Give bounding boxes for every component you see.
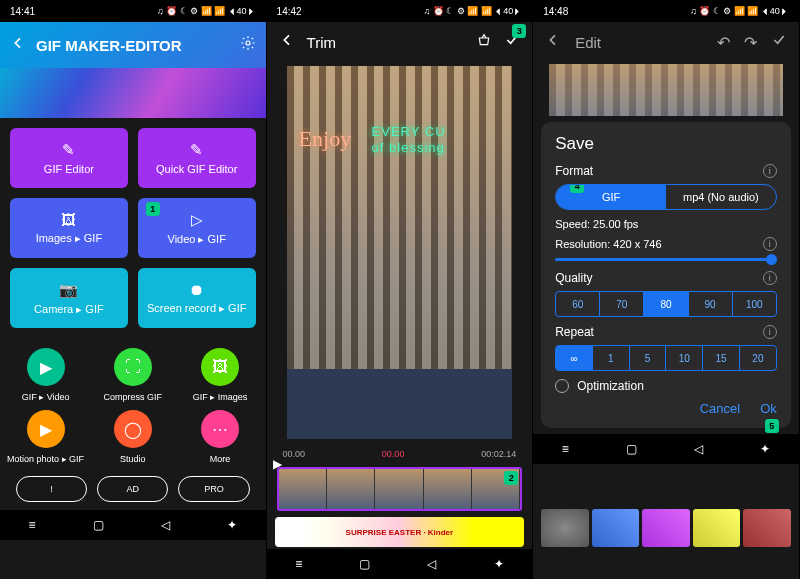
- tile-gif-editor[interactable]: ✎GIF Editor: [10, 128, 128, 188]
- res-row: Resolution: 420 x 746: [555, 238, 661, 250]
- image-icon: 🖼: [201, 348, 239, 386]
- swatch[interactable]: [693, 509, 741, 547]
- edit-title: Edit: [575, 34, 703, 51]
- nav-menu[interactable]: ≡: [562, 442, 569, 456]
- status-bar: 14:41 ♫ ⏰ ☾ ⚙ 📶 📶 ⏴40⏵: [0, 0, 266, 22]
- check-icon[interactable]: [771, 32, 787, 52]
- r-inf[interactable]: ∞: [556, 346, 593, 370]
- swatch[interactable]: [743, 509, 791, 547]
- android-nav: ≡▢◁✦: [0, 510, 266, 540]
- r-15[interactable]: 15: [703, 346, 740, 370]
- play-icon: ▶: [27, 348, 65, 386]
- r-1[interactable]: 1: [593, 346, 630, 370]
- tile-screenrec-gif[interactable]: ⏺Screen record ▸ GIF: [138, 268, 256, 328]
- status-bar: 14:42 ♫ ⏰ ☾ ⚙ 📶 📶 ⏴40⏵: [267, 0, 533, 22]
- clock: 14:48: [543, 6, 568, 17]
- more-icon: ⋯: [201, 410, 239, 448]
- optimization-row[interactable]: Optimization: [555, 379, 777, 393]
- tile-quick-editor[interactable]: ✎Quick GIF Editor: [138, 128, 256, 188]
- quality-label: Quality: [555, 271, 592, 285]
- video-preview[interactable]: Enjoy EVERY CUof blessing: [287, 66, 513, 439]
- ok-button[interactable]: Ok: [760, 401, 777, 416]
- info-icon[interactable]: i: [763, 325, 777, 339]
- nav-acc[interactable]: ✦: [227, 518, 237, 532]
- radio-icon[interactable]: [555, 379, 569, 393]
- status-bar: 14:48 ♫ ⏰ ☾ ⚙ 📶 📶 ⏴40⏵: [533, 0, 799, 22]
- time-start: 00.00: [283, 449, 306, 459]
- resolution-slider[interactable]: [555, 258, 777, 261]
- quality-options: 60 70 80 90 100: [555, 291, 777, 317]
- q-80[interactable]: 80: [644, 292, 688, 316]
- save-dialog: Save Formati 4 GIF mp4 (No audio) Speed:…: [541, 122, 791, 428]
- settings-icon[interactable]: [240, 35, 256, 55]
- nav-acc[interactable]: ✦: [760, 442, 770, 456]
- screen-home: 14:41 ♫ ⏰ ☾ ⚙ 📶 📶 ⏴40⏵ GIF MAKER-EDITOR …: [0, 0, 267, 579]
- app-title: GIF MAKER-EDITOR: [36, 37, 230, 54]
- circ-gif-video[interactable]: ▶GIF ▸ Video: [6, 348, 85, 402]
- q-70[interactable]: 70: [600, 292, 644, 316]
- clock: 14:41: [10, 6, 35, 17]
- neon-text-1: Enjoy: [299, 126, 352, 152]
- back-icon[interactable]: [10, 35, 26, 55]
- bottom-pills: ! AD PRO: [0, 468, 266, 510]
- nav-back[interactable]: ◁: [427, 557, 436, 571]
- circle-grid: ▶GIF ▸ Video ⛶Compress GIF 🖼GIF ▸ Images…: [0, 338, 266, 468]
- swatch[interactable]: [592, 509, 640, 547]
- r-5[interactable]: 5: [630, 346, 667, 370]
- nav-home[interactable]: ▢: [626, 442, 637, 456]
- format-label: Format: [555, 164, 593, 178]
- tile-grid: ✎GIF Editor ✎Quick GIF Editor 🖼Images ▸ …: [0, 118, 266, 338]
- info-icon[interactable]: i: [763, 271, 777, 285]
- format-mp4[interactable]: mp4 (No audio): [666, 185, 776, 209]
- back-icon[interactable]: [545, 32, 561, 52]
- nav-back[interactable]: ◁: [161, 518, 170, 532]
- nav-acc[interactable]: ✦: [494, 557, 504, 571]
- cancel-button[interactable]: Cancel: [700, 401, 740, 416]
- tile-images-gif[interactable]: 🖼Images ▸ GIF: [10, 198, 128, 258]
- circ-motion[interactable]: ▶Motion photo ▸ GIF: [6, 410, 85, 464]
- info-icon[interactable]: i: [763, 164, 777, 178]
- basket-icon[interactable]: [476, 32, 492, 52]
- pill-ad[interactable]: AD: [97, 476, 168, 502]
- q-100[interactable]: 100: [733, 292, 776, 316]
- time-current: 00.00: [382, 449, 405, 459]
- back-icon[interactable]: [279, 32, 295, 52]
- pill-pro[interactable]: PRO: [178, 476, 249, 502]
- nav-menu[interactable]: ≡: [29, 518, 36, 532]
- svg-point-0: [246, 41, 250, 45]
- screen-edit: 14:48 ♫ ⏰ ☾ ⚙ 📶 📶 ⏴40⏵ Edit ↶ ↷ Save For…: [533, 0, 800, 579]
- dialog-title: Save: [555, 134, 777, 154]
- circ-studio[interactable]: ◯Studio: [93, 410, 172, 464]
- badge: 1: [146, 202, 160, 216]
- time-end: 00:02.14: [481, 449, 516, 459]
- nav-home[interactable]: ▢: [359, 557, 370, 571]
- timeline-strip[interactable]: 2: [277, 467, 523, 511]
- repeat-options: ∞ 1 5 10 15 20: [555, 345, 777, 371]
- q-90[interactable]: 90: [689, 292, 733, 316]
- undo-icon[interactable]: ↶: [717, 33, 730, 52]
- tile-video-gif[interactable]: 1▷Video ▸ GIF: [138, 198, 256, 258]
- r-10[interactable]: 10: [666, 346, 703, 370]
- app-header: GIF MAKER-EDITOR: [0, 22, 266, 68]
- pill-info[interactable]: !: [16, 476, 87, 502]
- nav-back[interactable]: ◁: [694, 442, 703, 456]
- hero-banner: [0, 68, 266, 118]
- tile-camera-gif[interactable]: 📷Camera ▸ GIF: [10, 268, 128, 328]
- r-20[interactable]: 20: [740, 346, 776, 370]
- screen-trim: 14:42 ♫ ⏰ ☾ ⚙ 📶 📶 ⏴40⏵ 3 Trim Enjoy EVER…: [267, 0, 534, 579]
- circ-compress[interactable]: ⛶Compress GIF: [93, 348, 172, 402]
- motion-icon: ▶: [27, 410, 65, 448]
- ad-banner[interactable]: SURPRISE EASTER · Kinder: [275, 517, 525, 547]
- android-nav: ≡▢◁✦: [267, 549, 533, 579]
- nav-home[interactable]: ▢: [93, 518, 104, 532]
- edit-preview: [549, 64, 783, 116]
- info-icon[interactable]: i: [763, 237, 777, 251]
- circ-gif-images[interactable]: 🖼GIF ▸ Images: [180, 348, 259, 402]
- circ-more[interactable]: ⋯More: [180, 410, 259, 464]
- redo-icon[interactable]: ↷: [744, 33, 757, 52]
- nav-menu[interactable]: ≡: [295, 557, 302, 571]
- pencil-icon: ✎: [62, 141, 75, 159]
- q-60[interactable]: 60: [556, 292, 600, 316]
- swatch[interactable]: [642, 509, 690, 547]
- swatch[interactable]: [541, 509, 589, 547]
